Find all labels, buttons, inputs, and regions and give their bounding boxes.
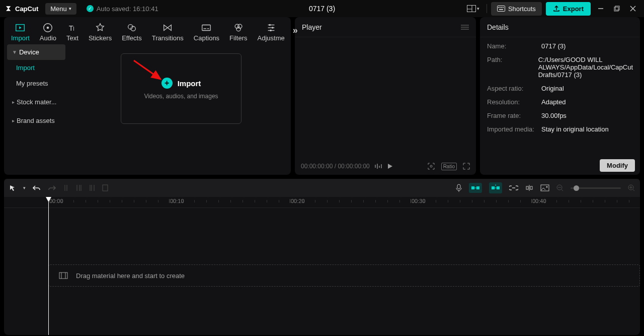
hamburger-icon (461, 24, 469, 30)
modify-button[interactable]: Modify (600, 159, 635, 172)
import-dropzone[interactable]: + Import Videos, audios, and images (121, 53, 242, 124)
annotation-arrow-icon (131, 58, 167, 83)
preview-axis-button[interactable] (525, 184, 533, 191)
player-volume-button[interactable] (375, 163, 382, 169)
auto-snap-button[interactable] (489, 182, 502, 193)
trim-right-icon (89, 184, 95, 191)
tab-stickers[interactable]: Stickers (84, 20, 117, 42)
sidebar-group-device[interactable]: ▼Device (7, 44, 65, 60)
autosave-status: Auto saved: 16:10:41 (87, 5, 158, 13)
details-path-value: C:/Users/GOOD WILL ALWAYS/AppData/Local/… (538, 56, 633, 79)
media-content: + Import Videos, audios, and images (68, 41, 291, 175)
media-sidebar: ▼Device Import My presets ▸Stock mater..… (4, 41, 68, 175)
timeline-ruler[interactable]: 00:00 00:10 00:20 00:30 00:40 (4, 197, 640, 208)
player-play-button[interactable] (387, 163, 393, 169)
tab-captions[interactable]: Captions (189, 20, 224, 42)
svg-rect-51 (457, 184, 460, 189)
close-button[interactable] (627, 3, 639, 15)
svg-point-30 (272, 27, 274, 29)
player-ratio-button[interactable]: Ratio (441, 163, 457, 170)
maximize-icon (614, 6, 620, 12)
svg-rect-10 (614, 7, 618, 11)
timeline[interactable]: 00:00 00:10 00:20 00:30 00:40 Drag mater… (4, 197, 640, 335)
details-imported-label: Imported media: (487, 125, 541, 133)
tab-audio[interactable]: Audio (35, 20, 61, 42)
import-subtext: Videos, audios, and images (144, 93, 218, 100)
svg-rect-52 (471, 186, 474, 189)
tab-adjustment[interactable]: Adjustme (253, 20, 290, 42)
svg-rect-4 (498, 7, 499, 8)
player-controls: 00:00:00:00 / 00:00:00:00 Ratio (295, 158, 476, 175)
scan-icon (427, 162, 435, 170)
minimize-button[interactable] (595, 3, 607, 15)
cover-button[interactable] (540, 184, 549, 191)
record-audio-button[interactable] (456, 184, 462, 192)
import-tab-icon (15, 22, 26, 33)
sidebar-item-my-presets[interactable]: My presets (7, 76, 65, 91)
zoom-out-icon (556, 184, 564, 191)
maximize-button[interactable] (611, 3, 623, 15)
select-tool[interactable] (9, 184, 16, 191)
details-resolution-label: Resolution: (487, 98, 541, 106)
shortcuts-button[interactable]: Shortcuts (491, 2, 542, 16)
minimize-icon (598, 6, 604, 12)
svg-point-32 (270, 30, 272, 32)
delete-button[interactable] (102, 184, 108, 191)
player-menu-button[interactable] (461, 24, 469, 30)
main-track-magnet-button[interactable] (469, 183, 482, 193)
player-fullscreen-button[interactable] (463, 163, 470, 170)
player-scan-button[interactable] (427, 162, 435, 170)
zoom-slider[interactable] (571, 187, 621, 189)
zoom-out-button[interactable] (556, 184, 564, 191)
details-name-label: Name: (487, 42, 541, 50)
svg-point-41 (430, 165, 432, 167)
titlebar: CapCut Menu▾ Auto saved: 16:10:41 0717 (… (0, 0, 644, 17)
split-button[interactable] (63, 184, 69, 191)
close-icon (630, 6, 636, 12)
filters-tab-icon (233, 22, 244, 33)
link-icon (509, 185, 518, 190)
tab-text[interactable]: TI Text (61, 20, 84, 42)
player-timecode: 00:00:00:00 / 00:00:00:00 (301, 163, 370, 170)
svg-rect-61 (530, 186, 532, 189)
fullscreen-icon (463, 163, 470, 170)
redo-icon (48, 184, 56, 191)
menu-button[interactable]: Menu▾ (45, 3, 76, 15)
undo-button[interactable] (33, 184, 41, 191)
snap-icon (491, 184, 500, 191)
playhead[interactable] (48, 197, 49, 335)
select-tool-dropdown[interactable]: ▾ (23, 185, 26, 190)
timeline-toolbar: ▾ (4, 179, 640, 197)
linkage-button[interactable] (509, 185, 518, 190)
media-tabbar: Import Audio TI Text Stickers Effects Tr… (4, 17, 291, 41)
trim-left-button[interactable] (76, 184, 82, 191)
svg-rect-60 (526, 186, 528, 189)
sidebar-group-brand[interactable]: ▸Brand assets (7, 113, 65, 128)
sidebar-item-import[interactable]: Import (7, 60, 65, 76)
zoom-in-button[interactable] (628, 184, 635, 191)
zoom-in-icon (628, 184, 635, 191)
svg-line-33 (134, 60, 160, 79)
redo-button[interactable] (48, 184, 56, 191)
capcut-logo-icon (5, 5, 13, 13)
svg-rect-57 (497, 186, 500, 189)
drop-track[interactable]: Drag material here and start to create (48, 264, 640, 287)
tab-transitions[interactable]: Transitions (147, 20, 189, 42)
svg-rect-3 (497, 6, 505, 12)
details-resolution-value: Adapted (541, 98, 633, 106)
check-icon (87, 5, 94, 12)
tab-effects[interactable]: Effects (117, 20, 147, 42)
player-viewport[interactable] (295, 37, 476, 158)
drop-hint: Drag material here and start to create (76, 272, 185, 280)
trim-right-button[interactable] (89, 184, 95, 191)
sidebar-group-stock[interactable]: ▸Stock mater... (7, 94, 65, 110)
export-button[interactable]: Export (546, 2, 591, 16)
tab-import[interactable]: Import (6, 20, 35, 42)
tab-filters[interactable]: Filters (224, 20, 252, 42)
svg-point-28 (269, 24, 271, 26)
zoom-slider-thumb[interactable] (574, 185, 579, 191)
details-path-label: Path: (487, 56, 538, 79)
tabs-more-button[interactable]: » (290, 20, 301, 41)
layout-button[interactable]: ▾ (464, 2, 482, 15)
svg-rect-38 (377, 164, 378, 169)
